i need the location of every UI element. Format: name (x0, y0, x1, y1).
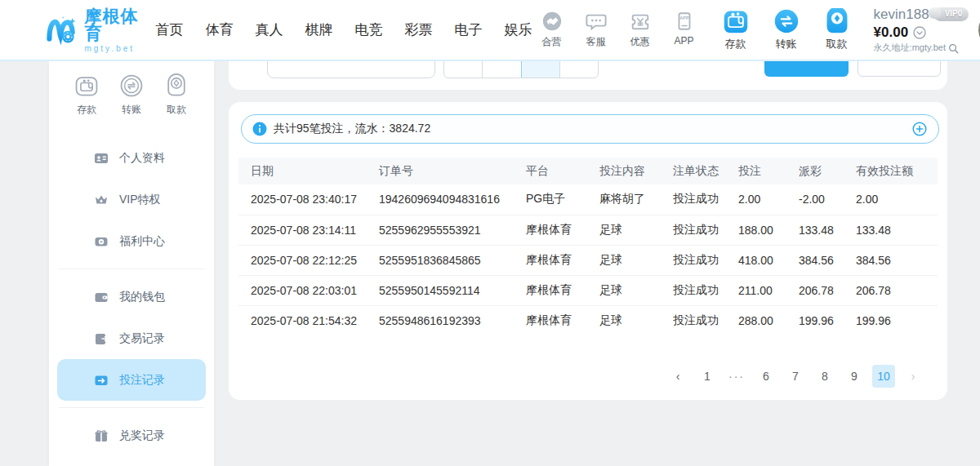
col-header-payout: 派彩 (795, 158, 853, 184)
sidebar-item-wallet[interactable]: 我的钱包 (49, 276, 214, 317)
sidebar-transfer-button[interactable]: 转账 (114, 73, 149, 117)
app-download-icon (674, 11, 695, 32)
brand-logo[interactable]: 摩根体育 mgty.bet (45, 7, 143, 53)
pagination-prev[interactable]: ‹ (666, 365, 689, 388)
wallet-icon (94, 290, 109, 304)
sidebar-item-redeem-records[interactable]: 兑奖记录 (49, 415, 214, 456)
payout-cell: 133.48 (795, 215, 853, 245)
balance-dropdown-icon[interactable] (913, 26, 926, 39)
pagination-page-6[interactable]: 6 (755, 365, 777, 388)
customer-service-link[interactable]: 客服 (580, 11, 612, 49)
payout-cell: 384.56 (795, 245, 853, 275)
reset-button[interactable] (858, 61, 941, 77)
transfer-icon (118, 73, 145, 99)
bet-records-table: 日期 订单号 平台 投注内容 注单状态 投注 派彩 有效投注额 2025-07-… (238, 158, 938, 335)
pagination-ellipsis[interactable]: ··· (725, 365, 748, 388)
sidebar-divider (59, 269, 204, 269)
date-range-segment (443, 61, 599, 78)
nav-item-esports[interactable]: 电竞 (352, 16, 386, 44)
header-wallet-actions: 存款 转账 取款 (717, 8, 856, 51)
table-row: 2025-07-08 23:40:17 1942609694094831616 … (238, 184, 938, 215)
sidebar-item-vip[interactable]: VIP特权 (49, 179, 214, 220)
filter-input[interactable] (267, 61, 435, 78)
sidebar-menu: 个人资料 VIP特权 福利中心 我的钱包 交易记录 投注记录 兑奖记录 (49, 137, 214, 456)
sidebar-item-transactions[interactable]: 交易记录 (49, 317, 214, 359)
payout-cell: 206.78 (795, 275, 853, 305)
nav-item-slots[interactable]: 电子 (452, 16, 486, 44)
promo-icon (630, 11, 651, 32)
summary-text: 共计95笔投注，流水：3824.72 (274, 122, 430, 136)
col-header-content: 投注内容 (596, 158, 670, 184)
partnership-link[interactable]: 合营 (536, 11, 568, 49)
col-header-date: 日期 (238, 158, 376, 184)
deposit-icon (74, 73, 100, 99)
expand-plus-icon[interactable] (912, 122, 927, 136)
date-range-option-1[interactable] (444, 61, 482, 78)
summary-bar: 共计95笔投注，流水：3824.72 (241, 114, 939, 144)
redeem-icon (94, 428, 109, 443)
table-row: 2025-07-08 22:03:01 5255950145592114 摩根体… (238, 275, 938, 305)
nav-item-sports[interactable]: 体育 (203, 16, 237, 44)
sidebar-deposit-button[interactable]: 存款 (69, 73, 105, 117)
username: kevin188 (874, 6, 929, 23)
transfer-icon (773, 8, 800, 34)
quick-links: 合营 客服 优惠 APP (536, 11, 701, 49)
sidebar-item-profile[interactable]: 个人资料 (49, 137, 214, 179)
brand-subtitle: mgty.bet (84, 45, 142, 53)
promo-link[interactable]: 优惠 (624, 11, 657, 49)
app-download-link[interactable]: APP (668, 11, 701, 49)
sidebar-item-bet-records[interactable]: 投注记录 (57, 359, 206, 401)
nav-item-cards[interactable]: 棋牌 (302, 16, 336, 44)
date-range-option-3-selected[interactable] (521, 61, 559, 78)
search-button[interactable] (764, 61, 849, 77)
pagination-page-9[interactable]: 9 (843, 365, 866, 388)
transactions-icon (94, 331, 109, 346)
deposit-icon (723, 8, 749, 34)
pagination-page-1[interactable]: 1 (696, 365, 719, 388)
welfare-icon (94, 234, 109, 249)
sidebar-withdraw-button[interactable]: 取款 (158, 73, 194, 117)
col-header-bet: 投注 (735, 158, 795, 184)
sidebar: 存款 转账 取款 个人资料 VIP特权 福利中心 我的钱包 (49, 61, 214, 466)
permanent-url: 永久地址:mgty.bet (874, 42, 946, 54)
table-row: 2025-07-08 23:14:11 5255962955553921 摩根体… (238, 215, 938, 245)
date-range-option-4[interactable] (559, 61, 598, 78)
sidebar-quick-actions: 存款 转账 取款 (49, 61, 214, 117)
payout-cell: 199.96 (795, 305, 853, 335)
balance-amount: ¥0.00 (874, 24, 909, 41)
profile-icon (94, 151, 109, 166)
col-header-status: 注单状态 (670, 158, 735, 184)
nav-item-live[interactable]: 真人 (252, 16, 287, 44)
transfer-button[interactable]: 转账 (768, 8, 805, 51)
partnership-icon (541, 11, 563, 32)
table-row: 2025-07-08 21:54:32 5255948616192393 摩根体… (238, 305, 938, 335)
table-header-row: 日期 订单号 平台 投注内容 注单状态 投注 派彩 有效投注额 (238, 158, 938, 184)
sidebar-item-welfare[interactable]: 福利中心 (49, 220, 214, 262)
filter-card (229, 61, 947, 90)
nav-item-home[interactable]: 首页 (153, 16, 187, 44)
nav-item-lottery[interactable]: 彩票 (402, 16, 436, 44)
date-range-option-2[interactable] (482, 61, 520, 78)
pagination-page-7[interactable]: 7 (784, 365, 807, 388)
vip-icon (94, 193, 109, 207)
main-nav: 首页 体育 真人 棋牌 电竞 彩票 电子 娱乐 (153, 16, 536, 44)
nav-item-entertainment[interactable]: 娱乐 (501, 16, 536, 44)
vip-badge: VIP0 (933, 7, 969, 21)
deposit-button[interactable]: 存款 (717, 8, 755, 51)
brand-title: 摩根体育 (84, 7, 142, 42)
main-content: 共计95笔投注，流水：3824.72 日期 订单号 平台 投注内容 注单状态 投… (229, 61, 947, 466)
pagination-page-8[interactable]: 8 (813, 365, 836, 388)
top-header: 摩根体育 mgty.bet 首页 体育 真人 棋牌 电竞 彩票 电子 娱乐 合营… (0, 0, 980, 61)
withdraw-icon (824, 8, 850, 34)
pagination-page-10[interactable]: 10 (872, 365, 895, 388)
payout-cell: -2.00 (795, 184, 853, 215)
info-icon (252, 122, 267, 136)
magnifier-icon[interactable] (948, 43, 959, 54)
withdraw-button[interactable]: 取款 (818, 8, 856, 51)
col-header-valid: 有效投注额 (853, 158, 938, 184)
bet-records-icon (94, 373, 109, 388)
customer-service-icon (586, 11, 607, 32)
pagination: ‹ 1 ··· 6 7 8 9 10 › (666, 365, 924, 388)
sidebar-divider (59, 407, 204, 408)
pagination-next[interactable]: › (902, 365, 924, 388)
